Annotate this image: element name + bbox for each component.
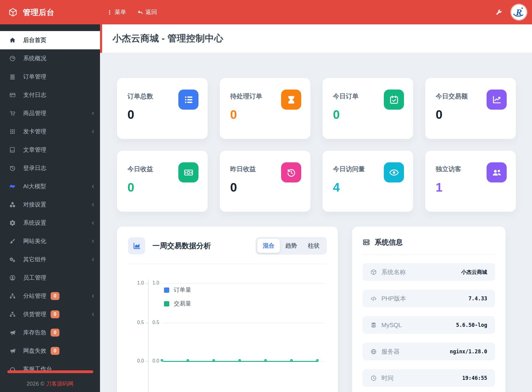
chart-legend: 订单量交易量 — [164, 285, 191, 313]
y-axis-tick — [145, 283, 148, 284]
system-info-row: 系统名称小杰云商城 — [362, 263, 495, 281]
gridline — [162, 283, 324, 284]
chevron-left-icon — [91, 257, 95, 262]
wrench-icon[interactable] — [495, 9, 502, 16]
sidebar-item-label: 商品管理 — [23, 109, 46, 117]
info-label: 时间 — [381, 374, 394, 382]
system-info-card: 系统信息 系统名称小杰云商城PHP版本7.4.33MySQL5.6.50-log… — [352, 227, 505, 392]
brush-icon — [9, 238, 16, 245]
sitemap-icon — [9, 293, 16, 299]
sidebar-item[interactable]: 支付日志 — [0, 86, 100, 104]
sidebar-item[interactable]: 分站管理0 — [0, 287, 100, 305]
sidebar-item[interactable]: 网站美化 — [0, 232, 100, 250]
sidebar-item[interactable]: 商品管理 — [0, 104, 100, 122]
count-badge: 0 — [51, 329, 59, 337]
data-point-marker — [161, 359, 163, 362]
stat-value: 0 — [127, 108, 198, 122]
info-value: nginx/1.28.0 — [450, 348, 487, 355]
system-info-row: 服务器nginx/1.28.0 — [362, 343, 495, 360]
stat-card: 待处理订单0 — [220, 78, 310, 139]
stat-value: 1 — [436, 181, 507, 194]
sidebar-item-label: 支付日志 — [23, 91, 46, 99]
app-brand: 管理后台 — [0, 7, 100, 17]
sidebar-item[interactable]: 网盘失效0 — [0, 342, 100, 360]
system-info-title: 系统信息 — [375, 238, 403, 247]
sitemap-icon — [9, 311, 16, 318]
area-chart-icon — [128, 237, 145, 254]
divider — [362, 255, 495, 255]
stat-cards-grid: 订单总数0待处理订单0今日订单0今日交易额0今日收益0昨日收益0今日访问量4独立… — [117, 78, 516, 212]
system-info-header: 系统信息 — [362, 238, 495, 247]
data-point-marker — [290, 359, 293, 362]
chart-tab[interactable]: 趋势 — [280, 239, 302, 253]
sidebar-item[interactable]: 库存告急0 — [0, 323, 100, 342]
sidebar-item[interactable]: 文章管理 — [0, 141, 100, 159]
sidebar-item[interactable]: 登录日志 — [0, 159, 100, 177]
stat-card: 今日访问量4 — [323, 151, 413, 212]
y-axis-secondary-tick-label: 0.0 — [152, 358, 159, 364]
stat-card: 今日订单0 — [323, 78, 413, 139]
sidebar-item[interactable]: 发卡管理 — [0, 122, 100, 141]
sidebar-nav: 后台首页系统概况订单管理支付日志商品管理发卡管理文章管理登录日志AI大模型对接设… — [0, 24, 100, 374]
sidebar-scrollbar-thumb[interactable] — [7, 370, 93, 373]
sidebar-item[interactable]: 后台首页 — [0, 31, 100, 49]
page-title: 小杰云商城 - 管理控制中心 — [112, 32, 223, 45]
gears-icon — [9, 256, 16, 263]
stat-card: 今日交易额0 — [425, 78, 516, 139]
footer-brand-link[interactable]: 刀客源码网 — [46, 381, 73, 387]
bullhorn-icon — [9, 348, 16, 354]
chevron-left-icon — [91, 203, 95, 207]
menu-button-label: 菜单 — [115, 8, 126, 16]
header-nav: 菜单 返回 — [100, 8, 157, 16]
info-value: 7.4.33 — [469, 295, 487, 302]
hourglass-icon — [281, 90, 301, 110]
list-ol-icon — [178, 90, 198, 110]
back-button[interactable]: 返回 — [137, 8, 157, 16]
sidebar-item[interactable]: 其它组件 — [0, 250, 100, 269]
count-badge: 0 — [51, 347, 59, 355]
sidebar-item-label: 其它组件 — [23, 256, 46, 263]
avatar[interactable]: R — [511, 5, 527, 20]
chart-tab[interactable]: 柱状 — [302, 239, 325, 253]
legend-item[interactable]: 交易量 — [164, 299, 191, 308]
gear-icon — [9, 220, 16, 226]
weekly-chart-card: 一周交易数据分析 混合趋势柱状 1.01.00.50.50.00.0订单量交易量 — [117, 227, 338, 392]
header-right: R — [495, 5, 532, 20]
stat-card: 订单总数0 — [117, 78, 208, 139]
sidebar-item[interactable]: AI大模型 — [0, 177, 100, 196]
y-axis-secondary-tick-label: 1.0 — [152, 280, 159, 286]
legend-swatch — [164, 288, 169, 293]
history-icon — [9, 165, 16, 171]
sidebar-item[interactable]: 对接设置 — [0, 196, 100, 214]
y-axis-tick — [145, 323, 148, 323]
legend-item[interactable]: 订单量 — [164, 285, 191, 295]
sidebar-footer: 2026 © 刀客源码网 — [0, 380, 100, 387]
sidebar-item[interactable]: 系统概况 — [0, 49, 100, 68]
sidebar-item[interactable]: 员工管理 — [0, 269, 100, 287]
eye-icon — [384, 162, 404, 182]
stat-value: 0 — [436, 108, 507, 122]
chevron-left-icon — [91, 239, 95, 243]
y-axis-tick — [145, 361, 148, 362]
server-icon — [362, 238, 370, 246]
sidebar-item-label: 库存告急 — [23, 329, 46, 337]
sidebar-item[interactable]: 系统设置 — [0, 214, 100, 232]
count-badge: 0 — [51, 310, 59, 318]
chart-tab[interactable]: 混合 — [257, 239, 280, 253]
menu-button[interactable]: 菜单 — [107, 8, 126, 16]
users-icon — [487, 162, 507, 182]
lower-section: 一周交易数据分析 混合趋势柱状 1.01.00.50.50.00.0订单量交易量… — [117, 227, 516, 392]
chevron-left-icon — [91, 312, 95, 316]
sidebar-item-label: 网站美化 — [23, 237, 46, 245]
chevron-left-icon — [91, 184, 95, 189]
gauge-icon — [9, 55, 16, 62]
chart-mode-tabs: 混合趋势柱状 — [255, 237, 327, 255]
cubes-icon — [9, 201, 16, 208]
sidebar-item[interactable]: 供货管理0 — [0, 305, 100, 323]
credit-card-icon — [9, 92, 16, 98]
code-icon — [370, 295, 377, 302]
stat-value: 0 — [230, 181, 301, 194]
sidebar-item[interactable]: 订单管理 — [0, 68, 100, 86]
cube-icon — [370, 269, 377, 275]
y-axis-tick-label: 0.5 — [128, 320, 144, 325]
